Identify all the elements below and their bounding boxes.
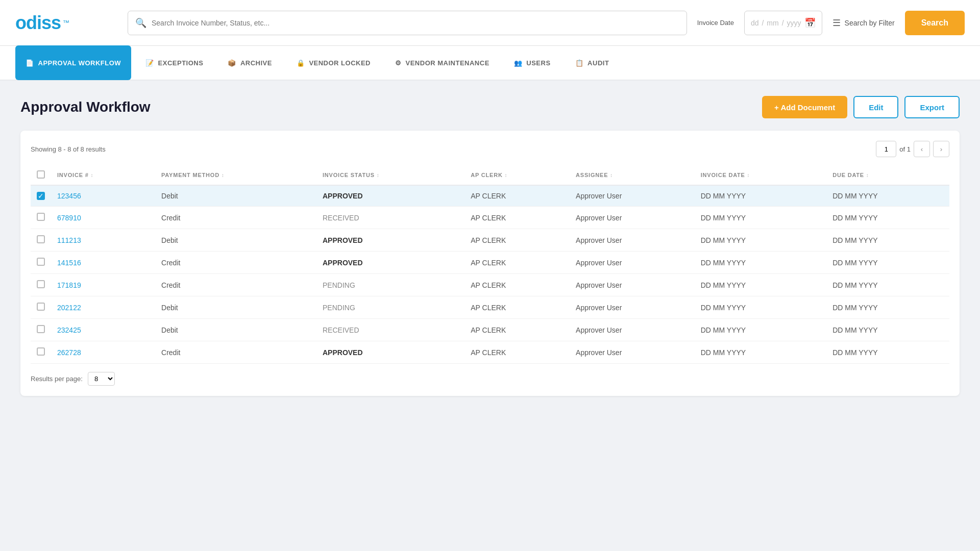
row-checkbox[interactable] [37,258,45,266]
invoice-link[interactable]: 202122 [57,304,81,312]
nav-approval-workflow-label: APPROVAL WORKFLOW [38,59,121,67]
table-row: 202122 Debit PENDING AP CLERK Approver U… [31,296,949,319]
cell-invoice-date: DD MM YYYY [695,229,826,252]
nav-users-label: USERS [526,59,550,67]
invoice-link[interactable]: 171819 [57,281,81,289]
nav-vendor-maintenance[interactable]: ⚙ VENDOR MAINTENANCE [385,45,500,80]
status-badge: APPROVED [323,192,363,200]
sort-invoice-num-icon[interactable]: ↕ [90,172,93,178]
table-footer: Results per page: 8 16 24 [31,372,949,386]
col-invoice-status: INVOICE STATUS ↕ [316,165,464,185]
row-checkbox[interactable] [37,347,45,356]
date-yyyy: yyyy [787,19,801,27]
select-all-checkbox[interactable] [37,170,45,179]
invoice-link[interactable]: 111213 [57,236,81,244]
results-info: Showing 8 - 8 of 8 results [31,145,106,153]
cell-ap-clerk: AP CLERK [464,207,570,229]
cell-payment-method: Debit [155,296,316,319]
sort-due-date-icon[interactable]: ↕ [866,172,869,178]
invoice-link[interactable]: 678910 [57,214,81,222]
invoice-link[interactable]: 262728 [57,348,81,357]
row-checkbox-cell [31,229,51,252]
sort-payment-method-icon[interactable]: ↕ [222,172,225,178]
page-header: Approval Workflow + Add Document Edit Ex… [20,96,960,118]
vendor-maintenance-icon: ⚙ [395,59,402,67]
calendar-icon[interactable]: 📅 [804,17,816,29]
invoice-link[interactable]: 123456 [57,192,81,200]
sort-ap-clerk-icon[interactable]: ↕ [505,172,508,178]
sort-invoice-date-icon[interactable]: ↕ [747,172,750,178]
audit-icon: 📋 [575,59,584,67]
invoice-link[interactable]: 141516 [57,259,81,267]
page-number-input[interactable] [876,141,896,157]
cell-invoice-status: RECEIVED [316,319,464,341]
cell-invoice-status: PENDING [316,274,464,296]
date-input-group[interactable]: dd / mm / yyyy 📅 [744,11,822,35]
status-badge: PENDING [323,281,355,289]
row-checkbox[interactable] [37,303,45,311]
row-checkbox-cell [31,296,51,319]
col-payment-method: PAYMENT METHOD ↕ [155,165,316,185]
results-per-page-select[interactable]: 8 16 24 [88,372,115,386]
nav-users[interactable]: 👥 USERS [504,45,561,80]
status-badge: RECEIVED [323,214,359,222]
edit-button[interactable]: Edit [853,96,898,118]
nav-exceptions[interactable]: 📝 EXCEPTIONS [135,45,213,80]
sort-assignee-icon[interactable]: ↕ [610,172,613,178]
col-ap-clerk: AP CLERK ↕ [464,165,570,185]
row-checkbox-cell [31,319,51,341]
cell-invoice-status: APPROVED [316,341,464,364]
row-checkbox[interactable] [37,235,45,243]
nav-approval-workflow[interactable]: 📄 APPROVAL WORKFLOW [15,45,131,80]
main-search-bar: 🔍 [128,11,687,35]
filter-icon: ☰ [832,17,841,29]
nav-audit[interactable]: 📋 AUDIT [565,45,620,80]
prev-page-button[interactable]: ‹ [914,141,930,157]
next-page-button[interactable]: › [933,141,949,157]
page-actions: + Add Document Edit Export [762,96,960,118]
cell-invoice-num: 232425 [51,319,155,341]
row-checkbox-cell [31,341,51,364]
search-button[interactable]: Search [905,11,965,35]
cell-assignee: Approver User [570,207,695,229]
row-checkbox[interactable]: ✓ [37,192,45,200]
row-checkbox-cell [31,207,51,229]
cell-invoice-status: PENDING [316,296,464,319]
row-checkbox-cell [31,252,51,274]
row-checkbox-cell: ✓ [31,185,51,207]
sort-invoice-status-icon[interactable]: ↕ [377,172,380,178]
export-button[interactable]: Export [904,96,960,118]
cell-assignee: Approver User [570,319,695,341]
nav-audit-label: AUDIT [587,59,609,67]
nav-archive[interactable]: 📦 ARCHIVE [217,45,282,80]
status-badge: PENDING [323,304,355,312]
date-sep2: / [782,19,784,27]
filter-button[interactable]: ☰ Search by Filter [832,17,895,29]
page-title: Approval Workflow [20,99,151,115]
cell-invoice-status: APPROVED [316,252,464,274]
nav-exceptions-label: EXCEPTIONS [158,59,204,67]
table-container: Showing 8 - 8 of 8 results of 1 ‹ › INVO… [20,131,960,396]
navigation: 📄 APPROVAL WORKFLOW 📝 EXCEPTIONS 📦 ARCHI… [0,46,980,81]
cell-assignee: Approver User [570,185,695,207]
cell-ap-clerk: AP CLERK [464,274,570,296]
cell-invoice-status: APPROVED [316,185,464,207]
nav-vendor-locked[interactable]: 🔒 VENDOR LOCKED [286,45,381,80]
cell-due-date: DD MM YYYY [826,207,949,229]
cell-invoice-date: DD MM YYYY [695,207,826,229]
add-document-button[interactable]: + Add Document [762,96,847,118]
row-checkbox[interactable] [37,213,45,221]
status-badge: APPROVED [323,259,363,267]
cell-payment-method: Debit [155,319,316,341]
search-input[interactable] [152,19,679,27]
page-total: of 1 [899,145,911,153]
row-checkbox-cell [31,274,51,296]
filter-label: Search by Filter [845,19,895,27]
cell-invoice-num: 262728 [51,341,155,364]
col-invoice-num: INVOICE # ↕ [51,165,155,185]
row-checkbox[interactable] [37,280,45,288]
invoice-link[interactable]: 232425 [57,326,81,334]
header-checkbox-cell [31,165,51,185]
cell-invoice-status: APPROVED [316,229,464,252]
row-checkbox[interactable] [37,325,45,333]
